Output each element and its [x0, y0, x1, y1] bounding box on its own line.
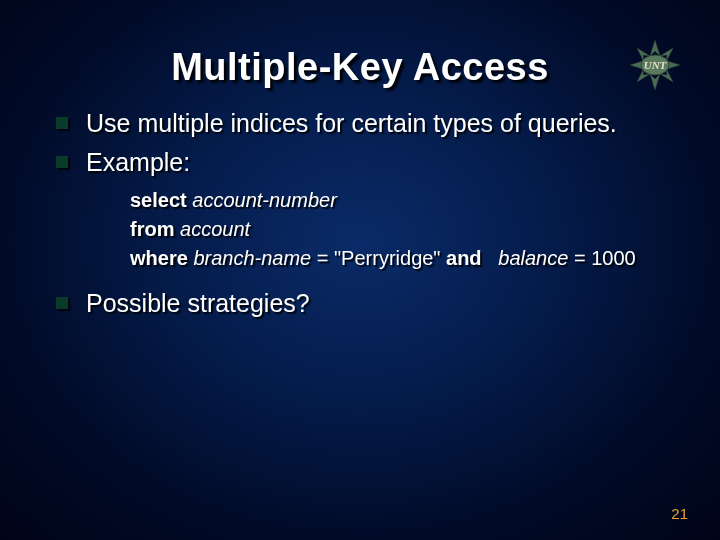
bullet-icon — [56, 117, 68, 129]
bullet-text: Use multiple indices for certain types o… — [86, 107, 617, 140]
bullet-item: Possible strategies? — [56, 287, 664, 320]
svg-text:UNT: UNT — [644, 59, 668, 71]
bullet-item: Example: — [56, 146, 664, 179]
sql-example: select account-number from account where… — [130, 186, 664, 273]
sql-keyword: and — [446, 247, 482, 269]
slide: UNT Multiple-Key Access Use multiple ind… — [0, 0, 720, 540]
sql-identifier: balance — [498, 247, 568, 269]
sql-identifier: account-number — [192, 189, 337, 211]
sql-identifier: account — [180, 218, 250, 240]
bullet-text: Possible strategies? — [86, 287, 310, 320]
sql-identifier: branch-name — [193, 247, 311, 269]
page-number: 21 — [671, 505, 688, 522]
sql-keyword: from — [130, 218, 174, 240]
sql-keyword: select — [130, 189, 187, 211]
slide-title: Multiple-Key Access — [0, 0, 720, 89]
sql-keyword: where — [130, 247, 188, 269]
bullet-icon — [56, 297, 68, 309]
sql-line: from account — [130, 215, 664, 244]
sql-text: = "Perryridge" — [317, 247, 446, 269]
bullet-item: Use multiple indices for certain types o… — [56, 107, 664, 140]
sql-line: where branch-name = "Perryridge" and bal… — [130, 244, 664, 273]
bullet-icon — [56, 156, 68, 168]
unt-logo: UNT — [624, 36, 686, 94]
sql-line: select account-number — [130, 186, 664, 215]
svg-marker-1 — [650, 74, 660, 90]
slide-content: Use multiple indices for certain types o… — [56, 107, 664, 320]
svg-marker-0 — [650, 40, 660, 56]
sql-text: = 1000 — [574, 247, 636, 269]
bullet-text: Example: — [86, 146, 190, 179]
